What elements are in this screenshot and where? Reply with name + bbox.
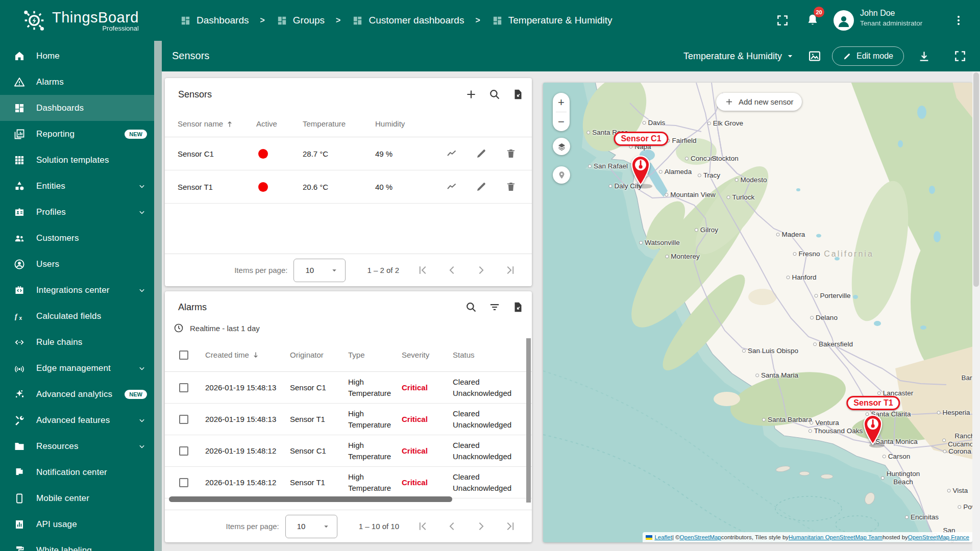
sidebar-item-advanced-features[interactable]: Advanced features bbox=[0, 407, 154, 433]
temperature-cell: 28.7 °C bbox=[277, 149, 372, 158]
zoom-out-button[interactable]: − bbox=[553, 112, 570, 131]
table-row[interactable]: Sensor T120.6 °C40 % bbox=[165, 170, 532, 204]
sidebar-item-api-usage[interactable]: API usage bbox=[0, 511, 154, 537]
sensor-marker-pin[interactable] bbox=[861, 414, 885, 445]
column-sensor-name[interactable]: Sensor name bbox=[178, 119, 249, 129]
attribution-link[interactable]: Leaflet bbox=[654, 534, 672, 540]
thingsboard-logo[interactable]: ThingsBoard Professional bbox=[21, 8, 139, 33]
sidebar-item-notification-center[interactable]: Notification center bbox=[0, 459, 154, 485]
sidebar-scrollbar[interactable] bbox=[154, 41, 162, 551]
export-icon[interactable] bbox=[511, 88, 525, 101]
expand-dashboard-icon[interactable] bbox=[953, 49, 967, 63]
previous-page-icon[interactable] bbox=[446, 264, 458, 277]
row-checkbox[interactable] bbox=[179, 446, 188, 456]
sidebar-item-alarms[interactable]: Alarms bbox=[0, 69, 154, 95]
first-page-icon[interactable] bbox=[416, 264, 429, 277]
timeseries-icon[interactable] bbox=[446, 181, 458, 193]
map-locate-button[interactable] bbox=[553, 166, 570, 184]
column-status[interactable]: Status bbox=[448, 349, 532, 361]
row-checkbox[interactable] bbox=[179, 383, 188, 392]
sidebar-item-mobile-center[interactable]: Mobile center bbox=[0, 485, 154, 511]
row-checkbox[interactable] bbox=[179, 415, 188, 424]
sidebar-item-advanced-analytics[interactable]: Advanced analyticsNEW bbox=[0, 381, 154, 407]
alarm-row[interactable]: 2026-01-19 15:48:12Sensor C1High Tempera… bbox=[165, 435, 532, 467]
table-row[interactable]: Sensor C128.7 °C49 % bbox=[165, 137, 532, 170]
sidebar-item-edge-management[interactable]: Edge management bbox=[0, 355, 154, 381]
delete-icon[interactable] bbox=[505, 147, 517, 160]
column-originator[interactable]: Originator bbox=[285, 349, 344, 361]
sidebar-item-calculated-fields[interactable]: fxCalculated fields bbox=[0, 303, 154, 329]
created-time-cell: 2026-01-19 15:48:12 bbox=[197, 478, 285, 487]
alarm-row[interactable]: 2026-01-19 15:48:13Sensor T1High Tempera… bbox=[165, 404, 532, 435]
edit-icon[interactable] bbox=[475, 147, 487, 160]
breadcrumb-item[interactable]: Dashboards bbox=[180, 15, 249, 27]
filter-icon[interactable] bbox=[488, 300, 501, 314]
column-temperature[interactable]: Temperature bbox=[277, 119, 372, 128]
delete-icon[interactable] bbox=[505, 181, 517, 193]
previous-page-icon[interactable] bbox=[446, 520, 458, 533]
user-info[interactable]: John Doe Tenant administrator bbox=[860, 9, 947, 27]
sidebar-item-white-labeling[interactable]: White labeling bbox=[0, 537, 154, 551]
first-page-icon[interactable] bbox=[416, 520, 429, 533]
attribution-link[interactable]: Humanitarian OpenStreetMap Team bbox=[789, 534, 883, 540]
attribution-link[interactable]: OpenStreetMap France bbox=[908, 534, 969, 540]
attribution-link[interactable]: OpenStreetMap bbox=[680, 534, 721, 540]
sensor-marker-pin[interactable] bbox=[629, 155, 652, 186]
edit-mode-button[interactable]: Edit mode bbox=[832, 46, 904, 66]
fullscreen-icon[interactable] bbox=[776, 14, 789, 27]
sensor-marker-label[interactable]: Sensor C1 bbox=[614, 132, 668, 146]
page-size-select[interactable]: 10 bbox=[285, 515, 337, 538]
last-page-icon[interactable] bbox=[504, 520, 517, 533]
last-page-icon[interactable] bbox=[504, 264, 517, 277]
column-active[interactable]: Active bbox=[249, 119, 277, 128]
add-entity-icon[interactable] bbox=[464, 88, 478, 101]
next-page-icon[interactable] bbox=[475, 264, 487, 277]
horizontal-scrollbar[interactable] bbox=[169, 496, 452, 502]
sidebar-item-customers[interactable]: Customers bbox=[0, 225, 154, 251]
sensor-marker-label[interactable]: Sensor T1 bbox=[846, 396, 900, 410]
select-all-checkbox[interactable] bbox=[179, 350, 188, 360]
next-page-icon[interactable] bbox=[475, 520, 487, 533]
sidebar-item-integrations-center[interactable]: Integrations center bbox=[0, 277, 154, 303]
sidebar-item-resources[interactable]: Resources bbox=[0, 433, 154, 459]
alarm-row[interactable]: 2026-01-19 15:48:13Sensor C1High Tempera… bbox=[165, 372, 532, 404]
add-new-sensor-button[interactable]: Add new sensor bbox=[716, 93, 802, 111]
sidebar-item-dashboards[interactable]: Dashboards bbox=[0, 95, 154, 121]
sidebar-item-profiles[interactable]: Profiles bbox=[0, 199, 154, 225]
time-window-button[interactable]: Realtime - last 1 day bbox=[165, 318, 532, 338]
row-checkbox[interactable] bbox=[179, 478, 188, 487]
column-humidity[interactable]: Humidity bbox=[372, 119, 446, 128]
column-severity[interactable]: Severity bbox=[397, 349, 448, 361]
dashboard-image-icon[interactable] bbox=[807, 49, 822, 63]
sidebar-item-home[interactable]: Home bbox=[0, 43, 154, 69]
column-created-time[interactable]: Created time bbox=[197, 350, 285, 360]
sidebar-item-solution-templates[interactable]: Solution templates bbox=[0, 147, 154, 173]
dashboard-selector[interactable]: Temperature & Humidity bbox=[683, 51, 795, 62]
more-menu-icon[interactable] bbox=[952, 14, 965, 27]
edit-icon[interactable] bbox=[475, 181, 487, 193]
sidebar-item-entities[interactable]: Entities bbox=[0, 173, 154, 199]
zoom-in-button[interactable]: + bbox=[553, 93, 570, 112]
avatar[interactable] bbox=[834, 10, 854, 31]
sidebar-item-users[interactable]: Users bbox=[0, 251, 154, 277]
export-icon[interactable] bbox=[511, 300, 525, 314]
timeseries-icon[interactable] bbox=[446, 147, 458, 160]
sidebar-item-rule-chains[interactable]: Rule chains bbox=[0, 329, 154, 355]
alarm-row[interactable]: 2026-01-19 15:48:12Sensor T1High Tempera… bbox=[165, 467, 532, 498]
warning-icon bbox=[13, 76, 26, 88]
map-layers-button[interactable] bbox=[553, 138, 570, 155]
map-widget[interactable]: DavisElk GroveSanta RosaFairfieldNapaCon… bbox=[543, 83, 972, 542]
search-icon[interactable] bbox=[488, 88, 501, 101]
vertical-scrollbar[interactable] bbox=[526, 338, 531, 503]
breadcrumb-item[interactable]: Customer dashboards bbox=[352, 15, 464, 27]
page-size-select[interactable]: 10 bbox=[293, 259, 346, 282]
sidebar-item-reporting[interactable]: ReportingNEW bbox=[0, 121, 154, 147]
column-type[interactable]: Type bbox=[344, 349, 397, 361]
breadcrumb-separator: > bbox=[260, 16, 264, 25]
breadcrumb-item[interactable]: Temperature & Humidity bbox=[492, 15, 612, 27]
page-scrollbar[interactable] bbox=[972, 71, 980, 551]
download-icon[interactable] bbox=[917, 49, 931, 63]
search-icon[interactable] bbox=[464, 300, 478, 314]
breadcrumb-item[interactable]: Groups bbox=[276, 15, 325, 27]
city-dot bbox=[877, 391, 881, 395]
